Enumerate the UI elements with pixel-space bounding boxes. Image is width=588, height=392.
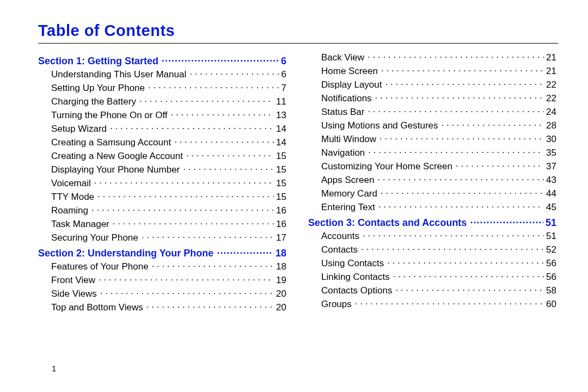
toc-leaders — [385, 78, 544, 88]
toc-section-row[interactable]: Section 2: Understanding Your Phone18 — [38, 247, 286, 259]
toc-entry-row[interactable]: Setting Up Your Phone7 — [51, 82, 286, 94]
toc-entry-row[interactable]: Home Screen21 — [321, 65, 556, 77]
toc-entry-label: Roaming — [51, 205, 90, 216]
toc-leaders — [393, 271, 544, 280]
toc-page-number: 58 — [545, 285, 556, 296]
toc-entry-label: Back View — [321, 52, 366, 63]
footer-page-number: 1 — [52, 364, 56, 373]
toc-entry-row[interactable]: Securing Your Phone17 — [51, 231, 286, 243]
toc-entry-row[interactable]: Turning the Phone On or Off13 — [51, 109, 286, 121]
toc-entry-label: Notifications — [321, 93, 374, 104]
toc-page-number: 15 — [275, 178, 286, 189]
toc-entry-row[interactable]: Groups60 — [321, 298, 556, 310]
toc-entry-label: Charging the Battery — [51, 96, 138, 107]
toc-entry-label: Top and Bottom Views — [51, 302, 145, 313]
toc-entry-row[interactable]: Contacts Options58 — [321, 284, 556, 296]
toc-entry-row[interactable]: Contacts52 — [321, 243, 556, 255]
toc-leaders — [162, 54, 279, 64]
toc-entry-label: Using Contacts — [321, 258, 386, 269]
toc-entry-row[interactable]: Back View21 — [321, 51, 556, 63]
toc-entry-row[interactable]: Using Motions and Gestures28 — [321, 119, 556, 131]
toc-page-number: 15 — [275, 151, 286, 162]
toc-page-number: 19 — [275, 275, 286, 286]
toc-leaders — [381, 187, 544, 197]
toc-entry-row[interactable]: Accounts51 — [321, 230, 556, 242]
toc-page-number: 60 — [545, 299, 556, 310]
toc-entry-row[interactable]: Multi Window30 — [321, 133, 556, 145]
toc-entry-label: Creating a Samsung Account — [51, 137, 173, 148]
toc-leaders — [395, 284, 544, 293]
toc-entry-row[interactable]: Entering Text45 — [321, 201, 556, 213]
toc-entry-row[interactable]: Displaying Your Phone Number15 — [51, 163, 286, 175]
toc-entry-row[interactable]: Linking Contacts56 — [321, 271, 556, 283]
toc-page-number: 30 — [545, 134, 556, 145]
toc-entry-row[interactable]: TTY Mode15 — [51, 191, 286, 203]
toc-entry-row[interactable]: Creating a New Google Account15 — [51, 150, 286, 162]
toc-entry-label: Understanding This User Manual — [51, 69, 188, 80]
toc-entry-label: Display Layout — [321, 79, 384, 90]
toc-entry-label: Customizing Your Home Screen — [321, 161, 455, 172]
toc-leaders — [217, 247, 273, 256]
toc-leaders — [387, 257, 544, 266]
toc-entry-row[interactable]: Front View19 — [51, 274, 286, 286]
toc-leaders — [381, 65, 544, 74]
toc-section-label: Section 1: Getting Started — [38, 56, 161, 67]
toc-entry-row[interactable]: Top and Bottom Views20 — [51, 301, 286, 313]
toc-leaders — [100, 287, 274, 297]
toc-entry-row[interactable]: Creating a Samsung Account14 — [51, 136, 286, 148]
toc-page-number: 6 — [280, 56, 286, 67]
toc-entry-row[interactable]: Task Manager16 — [51, 218, 286, 230]
toc-entry-label: Entering Text — [321, 202, 377, 213]
toc-leaders — [139, 95, 274, 105]
toc-leaders — [97, 191, 274, 200]
toc-entry-row[interactable]: Notifications22 — [321, 92, 556, 104]
toc-page-number: 21 — [545, 52, 556, 63]
toc-entry-label: Memory Card — [321, 188, 379, 199]
toc-page-number: 35 — [545, 148, 556, 158]
toc-entry-label: Setting Up Your Phone — [51, 83, 147, 94]
toc-entry-label: Setup Wizard — [51, 124, 109, 134]
toc-page-number: 15 — [275, 164, 286, 175]
toc-entry-row[interactable]: Display Layout22 — [321, 78, 556, 90]
toc-entry-row[interactable]: Features of Your Phone18 — [51, 260, 286, 272]
toc-entry-row[interactable]: Charging the Battery11 — [51, 95, 286, 107]
toc-entry-row[interactable]: Using Contacts56 — [321, 257, 556, 269]
toc-page-number: 28 — [545, 120, 556, 131]
toc-entry-label: Accounts — [321, 231, 362, 242]
toc-leaders — [375, 92, 544, 101]
toc-leaders — [189, 68, 279, 77]
toc-page-number: 37 — [545, 161, 556, 172]
toc-section-row[interactable]: Section 3: Contacts and Accounts51 — [308, 216, 556, 229]
toc-entry-label: Multi Window — [321, 134, 378, 145]
toc-column-left: Section 1: Getting Started6Understanding… — [38, 51, 286, 315]
toc-page-number: 45 — [545, 202, 556, 213]
toc-section-row[interactable]: Section 1: Getting Started6 — [38, 54, 286, 67]
toc-entry-label: Creating a New Google Account — [51, 151, 185, 162]
toc-entry-row[interactable]: Setup Wizard14 — [51, 122, 286, 134]
toc-column-right: Back View21Home Screen21Display Layout22… — [308, 51, 556, 315]
toc-page-number: 11 — [275, 96, 286, 107]
toc-page-number: 15 — [275, 192, 286, 203]
toc-entry-row[interactable]: Side Views20 — [51, 287, 286, 299]
toc-page-number: 22 — [545, 93, 556, 104]
toc-leaders — [186, 150, 274, 159]
toc-entry-label: Using Motions and Gestures — [321, 120, 440, 131]
toc-entry-row[interactable]: Understanding This User Manual6 — [51, 68, 286, 80]
toc-entry-label: Navigation — [321, 148, 367, 158]
toc-entry-label: Voicemail — [51, 178, 93, 189]
toc-entry-row[interactable]: Apps Screen43 — [321, 174, 556, 186]
toc-page-number: 13 — [275, 110, 286, 121]
toc-leaders — [379, 133, 544, 142]
toc-entry-label: Groups — [321, 299, 354, 310]
toc-section-label: Section 2: Understanding Your Phone — [38, 248, 216, 259]
toc-entry-row[interactable]: Roaming16 — [51, 204, 286, 216]
toc-entry-row[interactable]: Voicemail15 — [51, 177, 286, 189]
toc-entry-row[interactable]: Customizing Your Home Screen37 — [321, 160, 556, 172]
toc-leaders — [152, 260, 274, 270]
toc-page-number: 14 — [275, 124, 286, 134]
page-title: Table of Contents — [38, 22, 558, 40]
toc-entry-row[interactable]: Memory Card44 — [321, 187, 556, 199]
toc-entry-row[interactable]: Status Bar24 — [321, 106, 556, 118]
toc-entry-row[interactable]: Navigation35 — [321, 146, 556, 158]
toc-page-number: 22 — [545, 79, 556, 90]
